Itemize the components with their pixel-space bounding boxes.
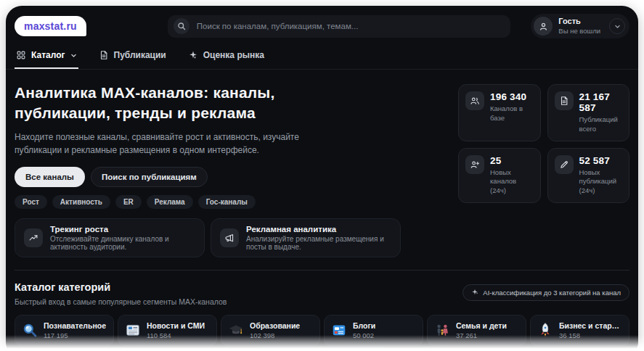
trending-up-icon: [24, 228, 43, 247]
nav-item-label: Оценка рынка: [203, 50, 264, 60]
header: maxstat.ru Гость Вы не вошли: [6, 6, 638, 44]
sparkle-icon: [471, 289, 478, 296]
nav-item[interactable]: Оценка рынка: [187, 44, 266, 69]
category-grid: Познавательное 117 195 Новости и СМИ 110…: [6, 306, 638, 351]
stat-value: 52 587: [579, 155, 623, 166]
stat-label: Каналов в базе: [490, 104, 534, 123]
tag-pill[interactable]: Активность: [52, 195, 110, 209]
category-card[interactable]: Блоги 50 002: [324, 315, 423, 346]
feature-card[interactable]: Рекламная аналитика Анализируйте рекламн…: [211, 218, 401, 257]
sparkles-icon: [188, 50, 198, 60]
users-icon: [465, 91, 484, 110]
catalog-header: Каталог категорий Быстрый вход в самые п…: [6, 271, 638, 306]
user-plus-icon: [465, 155, 484, 174]
feature-description: Анализируйте рекламные размещения и пост…: [246, 235, 391, 251]
stat-card[interactable]: 21 167 587 Публикаций всего: [547, 84, 630, 141]
feature-card[interactable]: Трекинг роста Отслеживайте динамику кана…: [15, 218, 205, 257]
stat-value: 25: [490, 155, 534, 166]
category-count: 50 002: [353, 331, 375, 339]
hero-buttons: Все каналы Поиск по публикациям: [15, 167, 457, 187]
family-icon: [434, 322, 450, 338]
stat-label: Публикаций всего: [579, 115, 623, 134]
nav-item[interactable]: Публикации: [97, 44, 168, 69]
stat-label: Новых публикаций (24ч): [579, 168, 623, 196]
category-name: Новости и СМИ: [147, 321, 205, 330]
category-count: 117 195: [44, 331, 106, 339]
stats-grid: 196 340 Каналов в базе 21 167 587 Публик…: [458, 84, 629, 257]
tag-pill[interactable]: Рост: [15, 195, 47, 209]
page-title: Аналитика MAX-каналов: каналы, публикаци…: [15, 83, 457, 124]
pencil-icon: [555, 155, 574, 174]
category-name: Блоги: [353, 321, 375, 330]
hero-button[interactable]: Поиск по публикациям: [91, 167, 208, 187]
category-count: 37 261: [456, 331, 507, 339]
graduation-cap-icon: [228, 322, 244, 338]
chevron-down-icon: [70, 52, 77, 59]
category-card[interactable]: Новости и СМИ 110 584: [118, 315, 217, 346]
stat-value: 196 340: [490, 91, 534, 102]
category-name: Образование: [250, 321, 300, 330]
category-name: Познавательное: [44, 321, 106, 330]
document-icon: [99, 50, 109, 60]
nav-item-label: Публикации: [114, 50, 166, 60]
megaphone-icon: [220, 228, 239, 247]
ai-classification-badge: AI-классификация до 3 категорий на канал: [462, 284, 629, 301]
category-card[interactable]: Семья и дети 37 261: [427, 315, 526, 346]
main-nav: Каталог Публикации Оценка рынка: [6, 44, 638, 70]
feature-title: Рекламная аналитика: [246, 225, 391, 234]
catalog-title: Каталог категорий: [15, 281, 227, 293]
feature-title: Трекинг роста: [50, 225, 195, 234]
category-card[interactable]: Образование 102 398: [221, 315, 320, 346]
hero-section: Аналитика MAX-каналов: каналы, публикаци…: [6, 70, 638, 257]
tag-pill[interactable]: ER: [115, 195, 142, 209]
category-name: Семья и дети: [456, 321, 507, 330]
category-card[interactable]: Познавательное 117 195: [15, 315, 114, 346]
main-window: maxstat.ru Гость Вы не вошли: [6, 6, 638, 351]
stat-card[interactable]: 196 340 Каналов в базе: [458, 84, 541, 141]
stat-card[interactable]: 25 Новых каналов (24ч): [458, 148, 541, 203]
magnifier-icon: [22, 322, 38, 338]
stat-value: 21 167 587: [579, 91, 623, 113]
rocket-icon: [537, 322, 553, 338]
grid-icon: [16, 50, 26, 60]
category-card[interactable]: Бизнес и стартапы 36 158: [530, 315, 629, 346]
newspaper-icon: [125, 322, 141, 338]
nav-item[interactable]: Каталог: [15, 44, 78, 69]
feature-cards: Трекинг роста Отслеживайте динамику кана…: [15, 218, 457, 257]
blog-icon: [331, 322, 347, 338]
category-count: 102 398: [250, 331, 300, 339]
user-status: Вы не вошли: [558, 27, 600, 36]
tag-pill[interactable]: Реклама: [147, 195, 193, 209]
category-count: 110 584: [147, 331, 205, 339]
tag-filters: Рост Активность ER Реклама Гос-каналы: [15, 195, 457, 209]
user-name: Гость: [558, 17, 600, 27]
user-avatar-icon: [534, 17, 553, 36]
hero-button[interactable]: Все каналы: [15, 167, 85, 187]
document-icon: [555, 91, 574, 110]
user-menu[interactable]: Гость Вы не вошли: [531, 14, 629, 38]
stat-card[interactable]: 52 587 Новых публикаций (24ч): [547, 148, 630, 203]
category-count: 36 158: [559, 331, 622, 339]
nav-item-label: Каталог: [31, 50, 65, 60]
search-input[interactable]: [197, 22, 505, 30]
logo[interactable]: maxstat.ru: [15, 16, 86, 36]
page-subtitle: Находите полезные каналы, сравнивайте ро…: [15, 131, 341, 157]
category-name: Бизнес и стартапы: [559, 321, 622, 330]
catalog-subtitle: Быстрый вход в самые популярные сегменты…: [15, 297, 227, 306]
show-more-button[interactable]: [256, 347, 388, 351]
search-bar[interactable]: [168, 15, 510, 38]
stat-label: Новых каналов (24ч): [490, 168, 534, 196]
feature-description: Отслеживайте динамику каналов и активнос…: [50, 235, 195, 251]
search-icon: [174, 18, 189, 34]
tag-pill[interactable]: Гос-каналы: [198, 195, 256, 209]
chevron-down-icon[interactable]: [609, 18, 625, 34]
